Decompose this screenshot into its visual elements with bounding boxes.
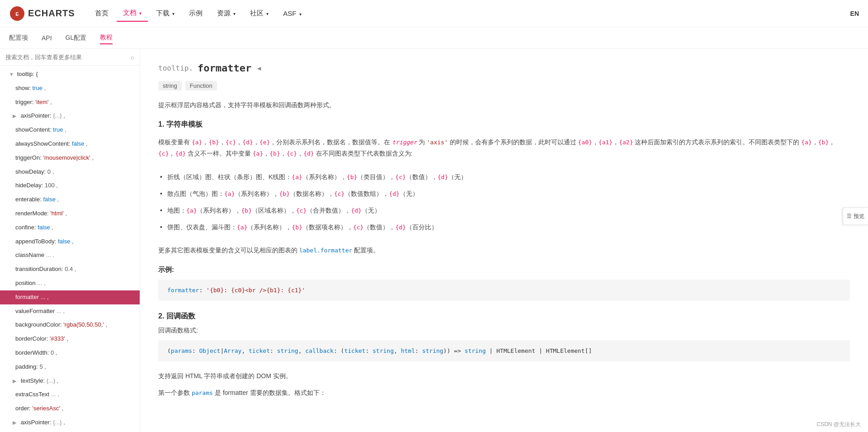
- list-item-1: 折线（区域）图、柱状（条形）图、K线图：{a}（系列名称），{b}（类目值），{…: [158, 169, 850, 185]
- tree-extracsstext[interactable]: extraCssText ... ,: [0, 388, 140, 402]
- content-area: tooltip. formatter ◄ string Function 提示框…: [140, 49, 868, 432]
- expand-icon: ▼: [9, 71, 15, 79]
- nav-items: 首页 文档 ▾ 下载 ▾ 示例 资源 ▾ 社区 ▾ ASF ▾: [89, 5, 850, 22]
- nav-docs-arrow: ▾: [139, 11, 142, 16]
- support-text: 支持返回 HTML 字符串或者创建的 DOM 实例。: [158, 370, 850, 382]
- tree-backgroundcolor[interactable]: backgroundColor: 'rgba(50,50,50,' ,: [0, 318, 140, 332]
- second-nav-api[interactable]: API: [42, 33, 52, 43]
- nav-download-arrow: ▾: [172, 11, 175, 16]
- footer-text: CSDN @无法长大: [816, 421, 861, 428]
- sidebar: ⌕ ▼ tooltip: { show: true , trigger: 'it…: [0, 49, 140, 432]
- page-title: tooltip. formatter ◄: [158, 62, 850, 74]
- logo-text: ECHARTS: [28, 8, 75, 19]
- nav-item-resources[interactable]: 资源 ▾: [211, 5, 242, 21]
- callback-label: 回调函数格式:: [158, 327, 850, 335]
- extra-note: 更多其它图表模板变量的含义可以见相应的图表的 label.formatter 配…: [158, 245, 850, 256]
- tree-borderwidth[interactable]: borderWidth: 0 ,: [0, 346, 140, 360]
- tree-axispointer[interactable]: ▶ axisPointer: {...} ,: [0, 109, 140, 123]
- nav-item-asf[interactable]: ASF ▾: [277, 6, 307, 21]
- title-main: formatter: [198, 62, 251, 74]
- preview-icon: ☰: [847, 213, 852, 219]
- tree-axispointer2[interactable]: ▶ axisPointer: {...} ,: [0, 416, 140, 430]
- title-prefix: tooltip.: [158, 64, 193, 72]
- tree-alwaysshowcontent[interactable]: alwaysShowContent: false ,: [0, 137, 140, 151]
- tree-showcontent[interactable]: showContent: true ,: [0, 123, 140, 137]
- second-nav-config[interactable]: 配置项: [9, 32, 28, 44]
- echarts-logo-icon: E: [9, 5, 25, 22]
- second-nav: 配置项 API GL配置 教程: [0, 27, 868, 49]
- title-arrow-icon[interactable]: ◄: [256, 65, 262, 72]
- callback-code-block: (params: Object|Array, ticket: string, c…: [158, 340, 850, 361]
- sidebar-tree: ▼ tooltip: { show: true , trigger: 'item…: [0, 66, 140, 432]
- expand-icon-axispointer2: ▶: [13, 419, 19, 427]
- tree-transitionduration[interactable]: transitionDuration: 0.4 ,: [0, 262, 140, 276]
- expand-icon-axispointer: ▶: [13, 112, 19, 120]
- preview-label: 预览: [854, 212, 864, 220]
- tree-appendtobody[interactable]: appendToBody: false ,: [0, 235, 140, 249]
- tree-enterable[interactable]: enterable: false ,: [0, 193, 140, 207]
- type-badge-string: string: [158, 81, 182, 90]
- main-layout: ⌕ ▼ tooltip: { show: true , trigger: 'it…: [0, 49, 868, 432]
- second-nav-gl[interactable]: GL配置: [66, 32, 87, 44]
- tree-show[interactable]: show: true ,: [0, 81, 140, 95]
- type-badge-function: Function: [185, 81, 217, 90]
- tree-padding[interactable]: padding: 5 ,: [0, 360, 140, 374]
- params-label: 第一个参数 params 是 formatter 需要的数据集。格式如下：: [158, 389, 850, 397]
- type-badges: string Function: [158, 81, 850, 90]
- desc-text: 提示框浮层内容格式器，支持字符串模板和回调函数两种形式。: [158, 100, 850, 111]
- nav-community-arrow: ▾: [266, 11, 269, 16]
- tree-showdelay[interactable]: showDelay: 0 ,: [0, 165, 140, 179]
- example-code-block: formatter: '{b0}: {c0}<br />{b1}: {c1}': [158, 280, 850, 301]
- second-nav-tutorial[interactable]: 教程: [100, 32, 113, 44]
- list-item-3: 地图：{a}（系列名称），{b}（区域名称），{c}（合并数值），{d}（无）: [158, 202, 850, 219]
- nav-item-community[interactable]: 社区 ▾: [244, 5, 275, 21]
- logo-area[interactable]: E ECHARTS: [9, 5, 75, 22]
- nav-item-download[interactable]: 下载 ▾: [150, 5, 181, 21]
- bullet-list: 折线（区域）图、柱状（条形）图、K线图：{a}（系列名称），{b}（类目值），{…: [158, 169, 850, 236]
- preview-button[interactable]: ☰ 预览: [843, 207, 868, 225]
- search-icon[interactable]: ⌕: [131, 53, 134, 61]
- tree-classname[interactable]: className ... ,: [0, 248, 140, 262]
- tree-order[interactable]: order: 'seriesAsc' ,: [0, 402, 140, 416]
- top-nav: E ECHARTS 首页 文档 ▾ 下载 ▾ 示例 资源 ▾ 社区 ▾ ASF …: [0, 0, 868, 27]
- tree-textstyle[interactable]: ▶ textStyle: {...} ,: [0, 374, 140, 388]
- list-item-2: 散点图（气泡）图：{a}（系列名称），{b}（数据名称），{c}（数值数组），{…: [158, 185, 850, 202]
- tree-triggeron[interactable]: triggerOn: 'mousemove|click' ,: [0, 151, 140, 165]
- tree-position[interactable]: position ... ,: [0, 276, 140, 290]
- section1-title: 1. 字符串模板: [158, 120, 850, 129]
- tree-confine[interactable]: confine: false ,: [0, 221, 140, 235]
- section2-title: 2. 回调函数: [158, 312, 850, 321]
- nav-item-docs[interactable]: 文档 ▾: [117, 5, 148, 22]
- nav-item-examples[interactable]: 示例: [183, 5, 209, 21]
- template-desc: 模板变量有 {a}，{b}，{c}，{d}，{e}，分别表示系列名，数据名，数据…: [158, 137, 850, 159]
- tree-hidedelay[interactable]: hideDelay: 100 ,: [0, 179, 140, 193]
- tree-rendermode[interactable]: renderMode: 'html' ,: [0, 207, 140, 221]
- example-label: 示例:: [158, 266, 850, 274]
- tree-tooltip-root[interactable]: ▼ tooltip: {: [0, 67, 140, 81]
- svg-text:E: E: [15, 11, 19, 17]
- list-item-4: 饼图、仪表盘、漏斗图：{a}（系列名称），{b}（数据项名称），{c}（数值），…: [158, 219, 850, 236]
- tree-trigger[interactable]: trigger: 'item' ,: [0, 95, 140, 109]
- tree-valueformatter[interactable]: valueFormatter ... ,: [0, 304, 140, 318]
- nav-item-home[interactable]: 首页: [89, 5, 115, 21]
- search-bar[interactable]: ⌕: [0, 49, 140, 66]
- nav-asf-arrow: ▾: [299, 12, 302, 17]
- nav-resources-arrow: ▾: [233, 11, 236, 16]
- nav-en-button[interactable]: EN: [850, 10, 859, 17]
- tree-formatter[interactable]: formatter ... ,: [0, 290, 140, 304]
- tree-bordercolor[interactable]: borderColor: '#333' ,: [0, 332, 140, 346]
- search-input[interactable]: [5, 54, 127, 61]
- expand-icon-textstyle: ▶: [13, 377, 19, 385]
